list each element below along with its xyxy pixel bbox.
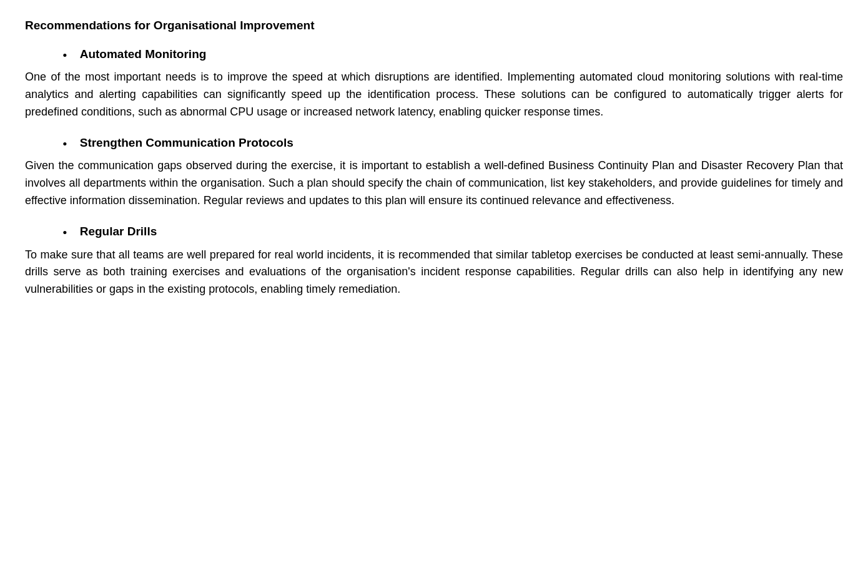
page-container: Recommendations for Organisational Impro… (25, 19, 843, 298)
bullet-label-regular-drills: Regular Drills (80, 225, 157, 238)
paragraph-regular-drills: To make sure that all teams are well pre… (25, 247, 843, 299)
bullet-dot-3: • (62, 225, 67, 241)
bullet-label-automated-monitoring: Automated Monitoring (80, 47, 207, 61)
paragraph-communication-protocols: Given the communication gaps observed du… (25, 157, 843, 210)
bullet-label-communication-protocols: Strengthen Communication Protocols (80, 136, 293, 150)
bullet-item-communication-protocols: • Strengthen Communication Protocols (62, 136, 843, 152)
bullet-item-regular-drills: • Regular Drills (62, 225, 843, 241)
paragraph-automated-monitoring: One of the most important needs is to im… (25, 69, 843, 121)
bullet-dot-1: • (62, 47, 67, 64)
bullet-item-automated-monitoring: • Automated Monitoring (62, 47, 843, 64)
main-heading: Recommendations for Organisational Impro… (25, 19, 843, 32)
bullet-dot-2: • (62, 136, 67, 152)
